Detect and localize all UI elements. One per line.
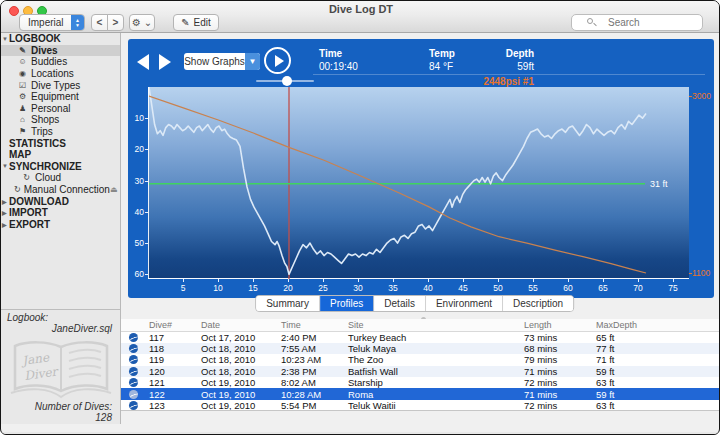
play-button[interactable] <box>264 47 291 74</box>
cell-date: Oct 18, 2010 <box>201 354 281 365</box>
sidebar-item-equipment[interactable]: ⚙Equipment <box>1 91 120 103</box>
cell-max_depth: 71 ft <box>596 354 720 365</box>
table-row[interactable]: 119Oct 18, 201010:23 AMThe Zoo79 mins71 … <box>121 354 720 365</box>
sidebar-item-personal[interactable]: ♟Personal <box>1 103 120 115</box>
sidebar-item-locations[interactable]: ◉Locations <box>1 68 120 80</box>
buddies-icon: ☺ <box>17 57 28 66</box>
trips-icon: ⚑ <box>17 127 28 136</box>
table-row[interactable]: 122Oct 19, 201010:28 AMRoma71 mins59 ft <box>121 388 720 399</box>
sidebar-item-dive-types[interactable]: ☑Dive Types <box>1 79 120 91</box>
tab-summary[interactable]: Summary <box>256 296 320 311</box>
column-header-time[interactable]: Time <box>281 320 348 330</box>
dive-profile-panel: Show Graphs ▼ Time 00:19:40 Temp 84 °F D… <box>128 39 714 298</box>
sidebar-item-label: IMPORT <box>9 207 48 218</box>
manual-sync-icon: ↻ <box>14 185 21 194</box>
time-axis-tick-label: 55 <box>523 283 543 293</box>
column-header-dive[interactable]: Dive# <box>149 320 201 330</box>
sidebar-item-buddies[interactable]: ☺Buddies <box>1 56 120 68</box>
open-book-logo: Jane Diver <box>9 339 113 401</box>
sidebar-item-export[interactable]: ▶EXPORT <box>1 219 120 231</box>
table-row[interactable]: 118Oct 18, 20107:55 AMTeluk Maya68 mins7… <box>121 343 720 354</box>
depth-axis-tick-label: 50 <box>128 238 144 248</box>
playback-slider[interactable] <box>256 80 314 82</box>
cell-dive: 117 <box>149 332 201 343</box>
cell-date: Oct 17, 2010 <box>201 332 281 343</box>
toolbar: Dive Log DT Imperial ▲▼ < > ⚙ ⌄ ✎ Edit <box>1 1 720 33</box>
units-select[interactable]: Imperial ▲▼ <box>19 14 85 31</box>
sidebar-item-dives[interactable]: ✎Dives <box>1 45 120 57</box>
tab-profiles[interactable]: Profiles <box>320 296 374 311</box>
dive-table: Dive#DateTimeSiteLengthMaxDepth117Oct 17… <box>121 319 720 423</box>
cell-site: Teluk Maya <box>348 343 524 354</box>
table-row[interactable]: 121Oct 19, 20108:02 AMStarship72 mins63 … <box>121 377 720 388</box>
edit-button[interactable]: ✎ Edit <box>173 14 219 31</box>
window-bottom-edge <box>1 432 720 434</box>
sidebar-item-shops[interactable]: ⌂Shops <box>1 114 120 126</box>
gear-icon: ⚙ ⌄ <box>132 17 152 28</box>
depth-axis-tick-label: 10 <box>128 113 144 123</box>
chevron-right-icon: > <box>113 17 119 28</box>
time-axis-tick-label: 5 <box>173 283 193 293</box>
show-graphs-dropdown[interactable]: Show Graphs ▼ <box>184 53 260 70</box>
cell-dive: 122 <box>149 389 201 400</box>
sidebar-item-label: Personal <box>31 103 70 114</box>
cell-site: Starship <box>348 377 524 388</box>
sidebar-item-cloud[interactable]: ↻Cloud <box>1 172 120 184</box>
sidebar-item-statistics[interactable]: STATISTICS <box>1 137 120 149</box>
chevron-left-icon: < <box>97 17 103 28</box>
search-icon <box>587 18 593 24</box>
depth-axis-tick-label: 20 <box>128 144 144 154</box>
previous-dive-button[interactable] <box>137 54 149 70</box>
sidebar-item-trips[interactable]: ⚑Trips <box>1 126 120 138</box>
tab-description[interactable]: Description <box>503 296 573 311</box>
pressure-axis-tick-label: 3000 <box>692 91 718 101</box>
sidebar-item-logbook[interactable]: ▼LOGBOOK <box>1 33 120 45</box>
sidebar-item-import[interactable]: ▶IMPORT <box>1 207 120 219</box>
dive-count-value: 128 <box>35 412 112 423</box>
column-header-site[interactable]: Site <box>348 320 524 330</box>
logbook-label: Logbook: <box>7 312 120 323</box>
tab-environment[interactable]: Environment <box>426 296 503 311</box>
sidebar-item-synchronize[interactable]: ▼SYNCHRONIZE <box>1 161 120 173</box>
sidebar-divider <box>1 309 120 310</box>
cell-length: 71 mins <box>524 366 596 377</box>
column-header-maxdepth[interactable]: MaxDepth <box>596 320 720 330</box>
table-row[interactable]: 117Oct 17, 20102:40 PMTurkey Beach73 min… <box>121 332 720 343</box>
sidebar-item-download[interactable]: ▶DOWNLOAD <box>1 195 120 207</box>
table-footer <box>121 410 720 424</box>
sidebar-item-label: Shops <box>31 114 59 125</box>
depth-axis-tick <box>145 118 148 119</box>
depth-axis-tick <box>145 149 148 150</box>
temp-stat-label: Temp <box>429 47 455 60</box>
time-axis-tick <box>358 279 359 282</box>
cell-site: Batfish Wall <box>348 366 524 377</box>
column-header-length[interactable]: Length <box>524 320 596 330</box>
tab-details[interactable]: Details <box>374 296 426 311</box>
cell-max_depth: 77 ft <box>596 343 720 354</box>
sidebar-item-label: Buddies <box>31 56 67 67</box>
time-axis-tick <box>533 279 534 282</box>
locations-icon: ◉ <box>17 69 28 78</box>
cell-time: 2:40 PM <box>281 332 348 343</box>
sidebar-item-map[interactable]: MAP <box>1 149 120 161</box>
dives-icon: ✎ <box>17 46 28 55</box>
column-header-date[interactable]: Date <box>201 320 281 330</box>
time-axis-tick <box>323 279 324 282</box>
time-axis-tick-label: 25 <box>313 283 333 293</box>
depth-axis-tick-label: 60 <box>128 269 144 279</box>
next-dive-button[interactable] <box>159 54 171 70</box>
action-menu-button[interactable]: ⚙ ⌄ <box>129 14 155 31</box>
eject-icon[interactable]: ⏏ <box>110 185 118 194</box>
sidebar-item-label: LOGBOOK <box>9 33 61 44</box>
sidebar-item-manual-connection[interactable]: ↻Manual Connection⏏ <box>1 184 120 196</box>
cell-date: Oct 18, 2010 <box>201 343 281 354</box>
pressure-axis-tick <box>689 273 692 274</box>
sidebar-source-list: ▼LOGBOOK✎Dives☺Buddies◉Locations☑Dive Ty… <box>1 33 120 230</box>
logbook-info: Logbook: JaneDiver.sql Jane Diver Number… <box>1 312 120 334</box>
forward-button[interactable]: > <box>107 14 124 31</box>
back-button[interactable]: < <box>91 14 108 31</box>
playback-slider-knob[interactable] <box>282 76 292 86</box>
cell-max_depth: 65 ft <box>596 332 720 343</box>
cell-length: 73 mins <box>524 332 596 343</box>
table-row[interactable]: 120Oct 18, 20102:38 PMBatfish Wall71 min… <box>121 366 720 377</box>
